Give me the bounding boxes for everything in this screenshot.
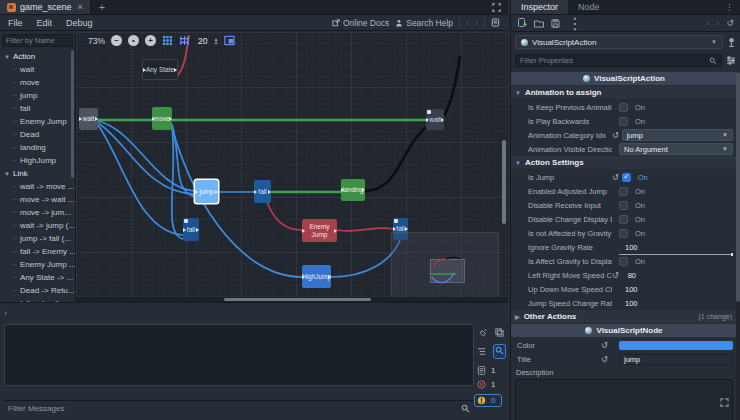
checkbox[interactable] bbox=[619, 215, 628, 224]
section-other-actions[interactable]: ▶Other Actions(1 change) bbox=[511, 310, 737, 323]
inspector-back-icon[interactable]: ‹ bbox=[706, 18, 709, 28]
tree-item[interactable]: move -> jum... bbox=[0, 206, 75, 219]
copy-output-icon[interactable] bbox=[495, 328, 504, 337]
tree-item[interactable]: Enemy Jump ... bbox=[0, 258, 75, 271]
checkbox[interactable] bbox=[619, 257, 628, 266]
history-icon[interactable]: ↺ bbox=[726, 18, 734, 28]
output-filter-input[interactable] bbox=[8, 404, 461, 413]
minimap-toggle-icon[interactable] bbox=[224, 35, 235, 46]
counter-warning[interactable]: 0 bbox=[474, 394, 502, 407]
graph-node-any-state[interactable]: Any State bbox=[142, 59, 178, 80]
tune-filter-icon[interactable] bbox=[726, 56, 736, 65]
collapse-duplicates-icon[interactable] bbox=[477, 344, 486, 359]
snap-stepper[interactable]: ▲▼ bbox=[213, 37, 218, 45]
graph-node-landing[interactable]: landing bbox=[341, 179, 365, 201]
color-swatch[interactable] bbox=[619, 341, 733, 350]
menu-edit[interactable]: Edit bbox=[37, 18, 53, 28]
edge-wait2-out[interactable] bbox=[444, 56, 460, 116]
checkbox[interactable] bbox=[619, 103, 628, 112]
inspector-forward-icon[interactable]: › bbox=[716, 18, 719, 28]
section-header[interactable]: ▼Animation to assign bbox=[511, 86, 737, 99]
number-value[interactable]: 100 bbox=[619, 285, 638, 294]
tree-item[interactable]: fall -> Enemy ... bbox=[0, 245, 75, 258]
graph-vertical-scrollbar[interactable] bbox=[502, 140, 506, 224]
slider-track[interactable] bbox=[619, 254, 733, 255]
snap-guides-icon[interactable] bbox=[179, 35, 190, 46]
counter-log[interactable]: 1 bbox=[477, 366, 505, 375]
object-selector[interactable]: VisualScriptAction ▼ bbox=[515, 35, 723, 49]
tree-item[interactable]: wait -> move ... bbox=[0, 180, 75, 193]
history-back-icon[interactable]: ‹ bbox=[466, 18, 469, 28]
graph-node-fall-2[interactable]: fall bbox=[183, 218, 199, 241]
zoom-reset-button[interactable]: • bbox=[128, 35, 139, 46]
pin-icon[interactable] bbox=[727, 37, 736, 47]
state-filter-input[interactable] bbox=[6, 36, 69, 45]
new-resource-icon[interactable] bbox=[517, 18, 527, 28]
inspector-scrollbar[interactable] bbox=[736, 72, 740, 420]
load-resource-icon[interactable] bbox=[534, 19, 544, 28]
save-resource-icon[interactable] bbox=[551, 19, 560, 28]
title-input[interactable] bbox=[619, 354, 733, 365]
edge-fall3-highjump[interactable] bbox=[331, 240, 400, 277]
state-filter-box[interactable] bbox=[2, 34, 73, 47]
dock-tab-node[interactable]: Node bbox=[568, 0, 610, 14]
expand-editor-icon[interactable] bbox=[720, 398, 729, 407]
graph-node-wait[interactable]: wait bbox=[79, 108, 98, 130]
property-filter-input[interactable] bbox=[520, 56, 709, 65]
revert-icon[interactable]: ↺ bbox=[601, 341, 608, 350]
output-log[interactable] bbox=[4, 324, 474, 386]
dock-menu-dots[interactable]: ⋮ bbox=[725, 2, 740, 12]
search-help-button[interactable]: Search Help bbox=[395, 18, 453, 28]
edge-landing-wait2[interactable] bbox=[365, 127, 426, 191]
tree-item[interactable]: move bbox=[0, 76, 75, 89]
graph-node-jump[interactable]: jump bbox=[195, 180, 218, 203]
zoom-out-button[interactable]: − bbox=[111, 35, 122, 46]
description-input[interactable] bbox=[516, 380, 732, 420]
script-panel-icon[interactable] bbox=[491, 18, 500, 27]
tree-item[interactable]: Enemy Jump bbox=[0, 115, 75, 128]
tree-item[interactable]: fall bbox=[0, 102, 75, 115]
graph-node-fall[interactable]: fall bbox=[254, 180, 271, 203]
state-machine-graph[interactable]: Any StatewaitmovejumpfalllandingEnemy Ju… bbox=[76, 32, 508, 302]
snap-grid-icon[interactable] bbox=[162, 35, 173, 46]
revert-icon[interactable]: ↺ bbox=[601, 355, 608, 364]
online-docs-button[interactable]: Online Docs bbox=[332, 18, 389, 28]
tab-close-icon[interactable]: × bbox=[78, 2, 83, 12]
revert-icon[interactable]: ↺ bbox=[612, 173, 619, 182]
distraction-free-icon[interactable] bbox=[492, 3, 501, 12]
graph-horizontal-scrollbar[interactable] bbox=[224, 298, 371, 301]
dock-tab-inspector[interactable]: Inspector bbox=[511, 0, 568, 14]
tree-item[interactable]: move -> wait ... bbox=[0, 193, 75, 206]
expand-chevron-icon[interactable]: › bbox=[0, 308, 7, 318]
counter-error[interactable]: 1 bbox=[477, 380, 505, 389]
tree-item[interactable]: wait -> jump (... bbox=[0, 219, 75, 232]
tree-item[interactable]: landing bbox=[0, 141, 75, 154]
section-header[interactable]: ▼Action Settings bbox=[511, 156, 737, 169]
checkbox[interactable]: ✓ bbox=[622, 173, 631, 182]
tree-group-link[interactable]: ▼Link bbox=[0, 167, 75, 180]
graph-node-highjump[interactable]: HighJump bbox=[302, 265, 331, 288]
menu-file[interactable]: File bbox=[8, 18, 23, 28]
number-value[interactable]: 80 bbox=[622, 271, 636, 280]
revert-icon[interactable]: ↺ bbox=[612, 131, 619, 140]
clear-output-icon[interactable] bbox=[479, 328, 488, 337]
edge-fall-enemy[interactable] bbox=[267, 202, 302, 230]
dropdown[interactable]: No Argument▼ bbox=[619, 143, 733, 155]
graph-node-move[interactable]: move bbox=[152, 107, 172, 130]
checkbox[interactable] bbox=[619, 229, 628, 238]
inspector-menu-dots[interactable]: ⋮ bbox=[567, 14, 583, 33]
tree-item[interactable]: wait bbox=[0, 63, 75, 76]
new-tab-button[interactable]: + bbox=[91, 0, 113, 14]
checkbox[interactable] bbox=[619, 117, 628, 126]
scene-tab[interactable]: game_scene × bbox=[0, 0, 91, 14]
tree-item[interactable]: Any State -> ... bbox=[0, 271, 75, 284]
tree-item[interactable]: Dead bbox=[0, 128, 75, 141]
tree-item[interactable]: Dead -> Retu... bbox=[0, 284, 75, 297]
graph-minimap[interactable] bbox=[391, 232, 499, 300]
dropdown[interactable]: jump▼ bbox=[622, 129, 733, 141]
property-filter-box[interactable] bbox=[515, 54, 722, 67]
checkbox[interactable] bbox=[619, 187, 628, 196]
output-search-toggle[interactable] bbox=[493, 344, 506, 359]
tree-item[interactable]: jump bbox=[0, 89, 75, 102]
edge-wait-fall2[interactable] bbox=[98, 125, 183, 235]
